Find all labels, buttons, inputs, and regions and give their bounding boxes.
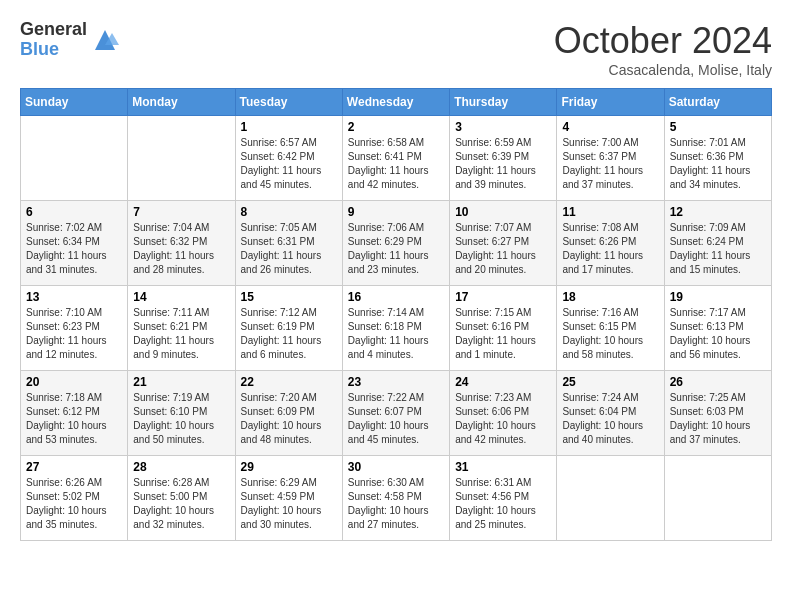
day-info: Sunrise: 6:59 AMSunset: 6:39 PMDaylight:… xyxy=(455,136,551,192)
logo-general-text: General xyxy=(20,20,87,40)
header-row: Sunday Monday Tuesday Wednesday Thursday… xyxy=(21,89,772,116)
day-info: Sunrise: 7:04 AMSunset: 6:32 PMDaylight:… xyxy=(133,221,229,277)
day-info: Sunrise: 7:10 AMSunset: 6:23 PMDaylight:… xyxy=(26,306,122,362)
calendar-cell: 29Sunrise: 6:29 AMSunset: 4:59 PMDayligh… xyxy=(235,456,342,541)
day-info: Sunrise: 6:29 AMSunset: 4:59 PMDaylight:… xyxy=(241,476,337,532)
calendar-week-4: 20Sunrise: 7:18 AMSunset: 6:12 PMDayligh… xyxy=(21,371,772,456)
day-info: Sunrise: 7:16 AMSunset: 6:15 PMDaylight:… xyxy=(562,306,658,362)
day-number: 28 xyxy=(133,460,229,474)
calendar-cell: 31Sunrise: 6:31 AMSunset: 4:56 PMDayligh… xyxy=(450,456,557,541)
day-info: Sunrise: 7:17 AMSunset: 6:13 PMDaylight:… xyxy=(670,306,766,362)
calendar-cell: 2Sunrise: 6:58 AMSunset: 6:41 PMDaylight… xyxy=(342,116,449,201)
calendar-cell: 23Sunrise: 7:22 AMSunset: 6:07 PMDayligh… xyxy=(342,371,449,456)
day-info: Sunrise: 7:12 AMSunset: 6:19 PMDaylight:… xyxy=(241,306,337,362)
day-number: 5 xyxy=(670,120,766,134)
day-number: 9 xyxy=(348,205,444,219)
header-thursday: Thursday xyxy=(450,89,557,116)
day-info: Sunrise: 6:57 AMSunset: 6:42 PMDaylight:… xyxy=(241,136,337,192)
day-number: 4 xyxy=(562,120,658,134)
day-info: Sunrise: 7:20 AMSunset: 6:09 PMDaylight:… xyxy=(241,391,337,447)
day-number: 16 xyxy=(348,290,444,304)
day-info: Sunrise: 7:09 AMSunset: 6:24 PMDaylight:… xyxy=(670,221,766,277)
title-section: October 2024 Casacalenda, Molise, Italy xyxy=(554,20,772,78)
day-info: Sunrise: 7:02 AMSunset: 6:34 PMDaylight:… xyxy=(26,221,122,277)
day-number: 7 xyxy=(133,205,229,219)
location-subtitle: Casacalenda, Molise, Italy xyxy=(554,62,772,78)
calendar-cell: 12Sunrise: 7:09 AMSunset: 6:24 PMDayligh… xyxy=(664,201,771,286)
day-number: 17 xyxy=(455,290,551,304)
header-sunday: Sunday xyxy=(21,89,128,116)
day-info: Sunrise: 7:05 AMSunset: 6:31 PMDaylight:… xyxy=(241,221,337,277)
logo: General Blue xyxy=(20,20,120,60)
calendar-cell: 24Sunrise: 7:23 AMSunset: 6:06 PMDayligh… xyxy=(450,371,557,456)
day-info: Sunrise: 7:00 AMSunset: 6:37 PMDaylight:… xyxy=(562,136,658,192)
day-number: 3 xyxy=(455,120,551,134)
day-number: 8 xyxy=(241,205,337,219)
day-info: Sunrise: 6:31 AMSunset: 4:56 PMDaylight:… xyxy=(455,476,551,532)
day-number: 19 xyxy=(670,290,766,304)
header-monday: Monday xyxy=(128,89,235,116)
day-number: 14 xyxy=(133,290,229,304)
calendar-cell: 10Sunrise: 7:07 AMSunset: 6:27 PMDayligh… xyxy=(450,201,557,286)
calendar-cell: 6Sunrise: 7:02 AMSunset: 6:34 PMDaylight… xyxy=(21,201,128,286)
calendar-cell xyxy=(664,456,771,541)
calendar-cell: 26Sunrise: 7:25 AMSunset: 6:03 PMDayligh… xyxy=(664,371,771,456)
calendar-cell: 5Sunrise: 7:01 AMSunset: 6:36 PMDaylight… xyxy=(664,116,771,201)
day-info: Sunrise: 7:07 AMSunset: 6:27 PMDaylight:… xyxy=(455,221,551,277)
day-info: Sunrise: 6:28 AMSunset: 5:00 PMDaylight:… xyxy=(133,476,229,532)
calendar-cell xyxy=(128,116,235,201)
calendar-cell: 13Sunrise: 7:10 AMSunset: 6:23 PMDayligh… xyxy=(21,286,128,371)
day-info: Sunrise: 7:23 AMSunset: 6:06 PMDaylight:… xyxy=(455,391,551,447)
day-info: Sunrise: 7:01 AMSunset: 6:36 PMDaylight:… xyxy=(670,136,766,192)
day-info: Sunrise: 7:18 AMSunset: 6:12 PMDaylight:… xyxy=(26,391,122,447)
day-number: 6 xyxy=(26,205,122,219)
header-tuesday: Tuesday xyxy=(235,89,342,116)
day-info: Sunrise: 7:25 AMSunset: 6:03 PMDaylight:… xyxy=(670,391,766,447)
logo-icon xyxy=(90,25,120,55)
calendar-week-1: 1Sunrise: 6:57 AMSunset: 6:42 PMDaylight… xyxy=(21,116,772,201)
day-number: 2 xyxy=(348,120,444,134)
calendar-header: Sunday Monday Tuesday Wednesday Thursday… xyxy=(21,89,772,116)
logo-blue-text: Blue xyxy=(20,40,87,60)
day-number: 1 xyxy=(241,120,337,134)
calendar-week-2: 6Sunrise: 7:02 AMSunset: 6:34 PMDaylight… xyxy=(21,201,772,286)
header-saturday: Saturday xyxy=(664,89,771,116)
day-number: 11 xyxy=(562,205,658,219)
calendar-cell xyxy=(557,456,664,541)
day-number: 30 xyxy=(348,460,444,474)
day-number: 24 xyxy=(455,375,551,389)
day-number: 18 xyxy=(562,290,658,304)
day-info: Sunrise: 6:26 AMSunset: 5:02 PMDaylight:… xyxy=(26,476,122,532)
calendar-week-5: 27Sunrise: 6:26 AMSunset: 5:02 PMDayligh… xyxy=(21,456,772,541)
day-number: 26 xyxy=(670,375,766,389)
calendar-cell: 4Sunrise: 7:00 AMSunset: 6:37 PMDaylight… xyxy=(557,116,664,201)
day-info: Sunrise: 6:30 AMSunset: 4:58 PMDaylight:… xyxy=(348,476,444,532)
calendar-cell: 17Sunrise: 7:15 AMSunset: 6:16 PMDayligh… xyxy=(450,286,557,371)
day-info: Sunrise: 7:11 AMSunset: 6:21 PMDaylight:… xyxy=(133,306,229,362)
calendar-cell: 7Sunrise: 7:04 AMSunset: 6:32 PMDaylight… xyxy=(128,201,235,286)
calendar-cell: 14Sunrise: 7:11 AMSunset: 6:21 PMDayligh… xyxy=(128,286,235,371)
day-info: Sunrise: 7:19 AMSunset: 6:10 PMDaylight:… xyxy=(133,391,229,447)
calendar-cell: 27Sunrise: 6:26 AMSunset: 5:02 PMDayligh… xyxy=(21,456,128,541)
calendar-cell: 15Sunrise: 7:12 AMSunset: 6:19 PMDayligh… xyxy=(235,286,342,371)
calendar-cell: 11Sunrise: 7:08 AMSunset: 6:26 PMDayligh… xyxy=(557,201,664,286)
month-title: October 2024 xyxy=(554,20,772,62)
day-info: Sunrise: 7:08 AMSunset: 6:26 PMDaylight:… xyxy=(562,221,658,277)
calendar-cell: 1Sunrise: 6:57 AMSunset: 6:42 PMDaylight… xyxy=(235,116,342,201)
day-info: Sunrise: 7:06 AMSunset: 6:29 PMDaylight:… xyxy=(348,221,444,277)
day-number: 27 xyxy=(26,460,122,474)
day-number: 13 xyxy=(26,290,122,304)
day-number: 31 xyxy=(455,460,551,474)
day-info: Sunrise: 7:15 AMSunset: 6:16 PMDaylight:… xyxy=(455,306,551,362)
day-info: Sunrise: 7:14 AMSunset: 6:18 PMDaylight:… xyxy=(348,306,444,362)
day-number: 21 xyxy=(133,375,229,389)
calendar-cell: 20Sunrise: 7:18 AMSunset: 6:12 PMDayligh… xyxy=(21,371,128,456)
day-info: Sunrise: 7:24 AMSunset: 6:04 PMDaylight:… xyxy=(562,391,658,447)
header-wednesday: Wednesday xyxy=(342,89,449,116)
calendar-week-3: 13Sunrise: 7:10 AMSunset: 6:23 PMDayligh… xyxy=(21,286,772,371)
day-number: 12 xyxy=(670,205,766,219)
calendar-cell: 9Sunrise: 7:06 AMSunset: 6:29 PMDaylight… xyxy=(342,201,449,286)
day-info: Sunrise: 7:22 AMSunset: 6:07 PMDaylight:… xyxy=(348,391,444,447)
calendar-cell: 16Sunrise: 7:14 AMSunset: 6:18 PMDayligh… xyxy=(342,286,449,371)
calendar-table: Sunday Monday Tuesday Wednesday Thursday… xyxy=(20,88,772,541)
